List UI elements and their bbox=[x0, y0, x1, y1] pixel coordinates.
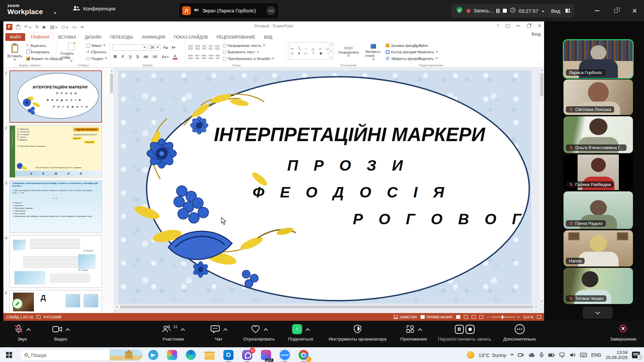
line-spacing-icon[interactable] bbox=[215, 46, 220, 49]
justify-icon[interactable] bbox=[209, 55, 213, 59]
view-layout-icon[interactable] bbox=[566, 9, 570, 13]
minimize-button[interactable] bbox=[588, 0, 606, 21]
spellcheck-icon[interactable] bbox=[37, 315, 41, 319]
taskbar-telegram-icon[interactable] bbox=[148, 349, 159, 361]
tab-view[interactable]: ВИД bbox=[260, 33, 277, 41]
audio-options-chevron-icon[interactable] bbox=[26, 328, 31, 333]
slideshow-view-icon[interactable] bbox=[479, 315, 483, 319]
pause-stop-recording-button[interactable]: Пауза/остановить запись bbox=[438, 324, 491, 342]
fit-slide-icon[interactable] bbox=[537, 315, 541, 319]
share-chevron-icon[interactable] bbox=[306, 328, 310, 333]
timer-chevron-icon[interactable] bbox=[542, 8, 544, 14]
slide-sorter-view-icon[interactable] bbox=[464, 315, 468, 319]
taskbar-clock[interactable]: 13:04 25.09.2025 bbox=[606, 350, 628, 360]
participant-video-6[interactable]: Hanna bbox=[564, 230, 633, 266]
normal-view-icon[interactable] bbox=[456, 315, 460, 319]
bullets-icon[interactable] bbox=[188, 46, 193, 49]
tab-file[interactable]: ФАЙЛ bbox=[5, 33, 25, 41]
tray-keyboard-icon[interactable] bbox=[580, 353, 587, 357]
taskbar-zoom-icon[interactable]: zoom bbox=[279, 349, 290, 361]
layout-button[interactable]: Макет bbox=[86, 43, 107, 48]
bold-button[interactable]: Ж bbox=[112, 54, 118, 59]
taskbar-chrome-icon[interactable]: C bbox=[298, 349, 309, 361]
apps-chevron-icon[interactable] bbox=[418, 328, 422, 333]
start-button[interactable] bbox=[6, 352, 12, 358]
tab-design[interactable]: ДИЗАЙН bbox=[80, 33, 106, 41]
more-button[interactable]: Дополнительно bbox=[503, 324, 536, 342]
collapse-ribbon-icon[interactable]: ⌃ bbox=[537, 62, 539, 65]
tab-home[interactable]: ГЛАВНАЯ bbox=[26, 33, 54, 41]
text-shadow-button[interactable]: S bbox=[135, 54, 140, 59]
shapes-gallery-scroll[interactable]: ▲▼▼ bbox=[329, 43, 333, 59]
align-center-icon[interactable] bbox=[195, 55, 199, 59]
tray-camera-icon[interactable] bbox=[518, 352, 524, 358]
strikethrough-button[interactable]: ab bbox=[143, 54, 149, 59]
thumbnail-slide-1[interactable]: ІНТЕРПРЕТАЦІЙНІ МАРКЕРИ П Р О З И Ф Е О … bbox=[9, 70, 102, 123]
participants-button[interactable]: 19 Участники bbox=[162, 324, 184, 342]
decrease-indent-icon[interactable] bbox=[202, 46, 206, 49]
zoom-slider[interactable]: −+ bbox=[487, 315, 520, 319]
language-switcher[interactable]: ENG bbox=[591, 352, 601, 358]
participant-video-7[interactable]: Тетяна Чешко bbox=[564, 268, 633, 304]
help-icon[interactable]: ? bbox=[497, 23, 499, 28]
paste-button[interactable]: Вставить bbox=[6, 42, 24, 62]
chat-button[interactable]: Чат bbox=[211, 324, 227, 342]
arrange-button[interactable]: Упорядочить bbox=[336, 42, 361, 62]
thumbnail-slide-3[interactable]: СПЕЦИФІКА СИНТАКСИЧНИХ КОНСТРУКЦІЙ У ТВО… bbox=[9, 180, 102, 233]
pause-recording-button[interactable] bbox=[496, 9, 499, 13]
tab-slideshow[interactable]: ПОКАЗ СЛАЙДОВ bbox=[169, 33, 212, 41]
tray-battery-icon[interactable] bbox=[548, 353, 555, 357]
workspace-dropdown-chevron-icon[interactable] bbox=[54, 9, 56, 15]
restore-button[interactable] bbox=[606, 0, 625, 21]
taskbar-explorer-icon[interactable] bbox=[204, 349, 215, 361]
tab-more-options-icon[interactable] bbox=[267, 6, 275, 15]
participant-video-5[interactable]: Ганна Радько bbox=[564, 191, 633, 229]
react-chevron-icon[interactable] bbox=[264, 328, 268, 333]
align-right-icon[interactable] bbox=[202, 55, 206, 59]
slide-canvas[interactable]: ІНТЕРПРЕТАЦІЙНІ МАРКЕРИ П Р О З И Ф Е О … bbox=[114, 68, 544, 313]
participant-video-2[interactable]: Світлана Ленська bbox=[564, 79, 633, 115]
replace-button[interactable]: abЗаменить bbox=[414, 49, 448, 55]
participants-chevron-icon[interactable] bbox=[181, 328, 185, 333]
reset-button[interactable]: ↺Сбросить bbox=[86, 49, 107, 55]
section-button[interactable]: Раздел bbox=[86, 56, 107, 61]
increase-indent-icon[interactable] bbox=[209, 46, 213, 49]
taskbar-edge-icon[interactable] bbox=[185, 349, 197, 361]
taskbar-m365-icon[interactable]: M365 bbox=[260, 349, 272, 361]
text-direction-button[interactable]: Направление текста bbox=[223, 43, 274, 48]
close-button[interactable] bbox=[625, 0, 644, 21]
tray-onedrive-icon[interactable] bbox=[528, 353, 535, 357]
taskbar-copilot-icon[interactable] bbox=[166, 349, 178, 361]
annotation-pencil-icon[interactable] bbox=[12, 298, 23, 309]
align-left-icon[interactable] bbox=[188, 55, 193, 59]
taskbar-outlook-icon[interactable]: O bbox=[223, 349, 234, 361]
slide-1[interactable]: ІНТЕРПРЕТАЦІЙНІ МАРКЕРИ П Р О З И Ф Е О … bbox=[118, 70, 531, 304]
vertical-scrollbar[interactable]: ▲▼ bbox=[539, 68, 544, 304]
participant-video-1[interactable]: Лариса Горболіс bbox=[564, 40, 633, 78]
search-box[interactable]: Пошук bbox=[19, 349, 143, 361]
ppt-minimize-icon[interactable] bbox=[516, 25, 520, 26]
participant-video-3[interactable]: Ольга В'ячеславівна Г... bbox=[564, 116, 633, 153]
host-tools-button[interactable]: Инструменты организатора bbox=[329, 324, 386, 342]
underline-button[interactable]: Ч bbox=[128, 54, 132, 59]
chat-chevron-icon[interactable] bbox=[223, 328, 228, 333]
thumbnails-scrollbar[interactable]: ▲ bbox=[110, 69, 113, 310]
horizontal-scrollbar[interactable]: ◄► bbox=[114, 304, 539, 309]
font-size-select[interactable]: 36 bbox=[149, 44, 160, 51]
change-case-button[interactable]: Аа bbox=[161, 55, 170, 59]
tray-expand-chevron-icon[interactable] bbox=[510, 353, 514, 357]
apps-button[interactable]: Приложения bbox=[400, 324, 427, 342]
tray-network-icon[interactable] bbox=[559, 352, 565, 358]
character-spacing-button[interactable]: АВ bbox=[152, 55, 158, 59]
smartart-button[interactable]: Преобразовать в SmartArt bbox=[223, 56, 274, 61]
thumbnail-slide-4[interactable]: Ф. Роговий Ф. Роговий bbox=[9, 235, 102, 288]
shapes-gallery[interactable]: ▭ ╲ ○ △ ▱ ◇ ◻ ● ▷ ☆ ◆ → ▲▼▼ bbox=[289, 42, 334, 60]
find-button[interactable]: Найти bbox=[414, 43, 448, 48]
ppt-restore-icon[interactable] bbox=[527, 24, 531, 28]
shrink-font-button[interactable]: А▾ bbox=[170, 46, 176, 49]
language-indicator[interactable]: РУССКИЙ bbox=[44, 315, 61, 319]
zoom-level[interactable]: 114 % bbox=[523, 315, 533, 319]
tab-review[interactable]: РЕЦЕНЗИРОВАНИЕ bbox=[212, 33, 260, 41]
columns-icon[interactable] bbox=[216, 55, 220, 59]
tab-transitions[interactable]: ПЕРЕХОДЫ bbox=[106, 33, 138, 41]
